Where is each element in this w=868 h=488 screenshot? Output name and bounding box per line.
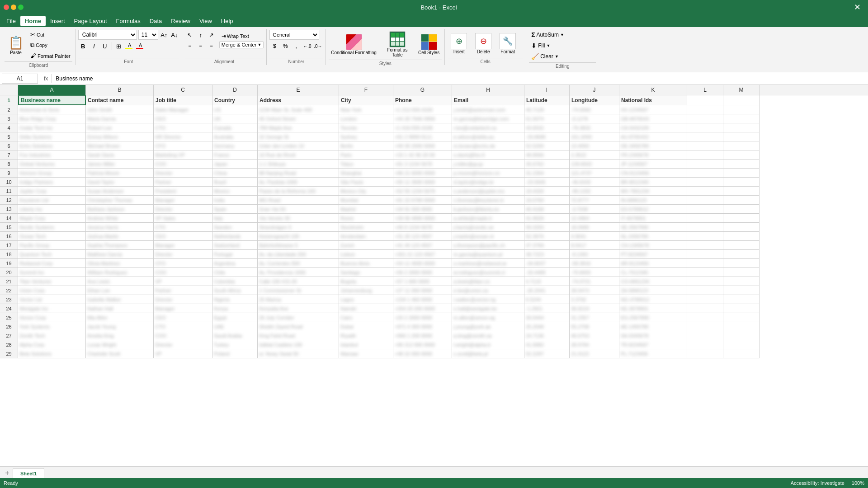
cell-row10[interactable]: BR-8012345 [619,178,687,187]
cell-row13[interactable]: ES-5789012 [619,205,687,214]
cell-row5[interactable]: Emma Wilson [86,132,154,141]
cell-row5[interactable]: Sydney [339,132,393,141]
cell-row23[interactable]: 3.3792 [570,295,619,304]
cell-row24[interactable]: Manager [154,304,212,313]
cell-row28[interactable]: TR-8234567 [619,340,687,349]
fill-button[interactable]: ⬇ Fill ▼ [529,41,596,51]
cell-row16[interactable]: 4.9041 [570,232,619,241]
cell-row14[interactable]: a.white@maple.it [452,214,524,223]
cell-row25[interactable]: Egypt [212,313,258,322]
cell-row24[interactable]: +254 20 200 0000 [393,304,452,313]
cell-row21[interactable]: a.lewis@titan.co [452,277,524,286]
cell-row14[interactable]: IT-4678901 [619,214,687,223]
format-button[interactable]: 🔧 Format [496,32,519,56]
cell-row19[interactable]: CFO [154,259,212,268]
cell-row7[interactable] [687,150,723,160]
cell-row20[interactable]: -70.6693 [570,268,619,277]
cell-row26[interactable]: UAE [212,322,258,331]
cell-row19[interactable]: Olivia Martinez [86,259,154,268]
cell-row23[interactable]: Vector Ltd [18,295,86,304]
cell-row2[interactable]: 1234 Main St, Suite 400 [258,105,339,114]
cell-row20[interactable]: COO [154,268,212,277]
cell-row5[interactable]: 22 George St [258,132,339,141]
cell-row7[interactable]: s.davis@fox.fr [452,150,524,160]
cell-row23[interactable]: 6.5244 [524,295,570,304]
cell-row12[interactable]: 19.0760 [524,196,570,205]
cell-row6[interactable]: CFO [154,141,212,150]
row-num-9[interactable]: 9 [0,169,18,178]
col-header-a[interactable]: A [18,85,86,95]
cell-row17[interactable]: Bahnhofstrasse 5 [258,241,339,250]
cell-row17[interactable]: s.thompson@pacific.ch [452,241,524,250]
window-close-icon[interactable]: ✕ [850,2,864,12]
cell-row13[interactable]: Spain [212,205,258,214]
cell-row6[interactable]: Germany [212,141,258,150]
cell-row25[interactable]: Mia Allen [86,313,154,322]
percent-button[interactable]: % [280,41,290,51]
cell-row11[interactable]: Paseo de la Reforma 100 [258,187,339,196]
font-color-button[interactable]: A [136,41,146,51]
cell-row11[interactable]: Jupiter Corp [18,187,86,196]
cell-row27[interactable] [687,331,723,340]
comma-button[interactable]: , [291,41,301,51]
cell-row11[interactable]: MX-7901234 [619,187,687,196]
font-decrease-button[interactable]: A↓ [170,30,179,39]
cell-row10[interactable]: -23.5505 [524,178,570,187]
cell-row26[interactable]: AE-1456789 [619,322,687,331]
cell-row28[interactable] [687,340,723,349]
cell-row27[interactable]: +966 1 200 0000 [393,331,452,340]
cell-row23[interactable]: Nigeria [212,295,258,304]
cell-row27[interactable]: 24.7136 [524,331,570,340]
cell-row7[interactable] [723,150,760,160]
cell-row24[interactable] [687,304,723,313]
cell-row18[interactable]: +351 21 123 4567 [393,250,452,259]
cell-row8[interactable]: j.miller@gv.jp [452,160,524,169]
cell-row3[interactable]: 51.5074 [524,114,570,123]
cell-row8[interactable]: +81 3 1234 5678 [393,160,452,169]
cell-row5[interactable] [723,132,760,141]
menu-data[interactable]: Data [145,16,166,26]
col-header-m[interactable]: M [723,85,760,95]
cell-row21[interactable]: -74.0721 [570,277,619,286]
col-header-k[interactable]: K [619,85,687,95]
cell-k1[interactable]: National Ids [619,95,687,105]
row-num-1[interactable]: 1 [0,95,18,105]
row-num-21[interactable]: 21 [0,277,18,286]
cell-row15[interactable]: j.harris@nordic.se [452,223,524,232]
cell-row20[interactable]: Summit Inc [18,268,86,277]
cell-row10[interactable]: Indigo Partners [18,178,86,187]
cell-row22[interactable] [723,286,760,295]
cell-row10[interactable]: Av. Paulista 1000 [258,178,339,187]
cell-row10[interactable]: -46.6333 [570,178,619,187]
cell-row5[interactable]: e.wilson@delta.au [452,132,524,141]
row-num-8[interactable]: 8 [0,160,18,169]
cell-row12[interactable]: Christopher Thomas [86,196,154,205]
cell-row24[interactable]: Westgate Inc [18,304,86,313]
cell-row10[interactable]: d.taylor@indigo.br [452,178,524,187]
cell-row15[interactable]: Strandvägen 5 [258,223,339,232]
cell-row7[interactable]: Fox Industries [18,150,86,160]
row-num-29[interactable]: 29 [0,349,18,358]
cell-row15[interactable]: CTO [154,223,212,232]
cell-row6[interactable]: Unter den Linden 10 [258,141,339,150]
cell-row28[interactable]: 41.0082 [524,340,570,349]
cell-g1[interactable]: Phone [393,95,452,105]
cell-row26[interactable]: CTO [154,322,212,331]
cell-row26[interactable] [687,322,723,331]
cell-row16[interactable] [687,232,723,241]
cell-row27[interactable]: King Fahd Road [258,331,339,340]
cell-row9[interactable]: Patricia Moore [86,169,154,178]
cell-row24[interactable]: Nairobi [339,304,393,313]
cell-row8[interactable]: James Miller [86,160,154,169]
align-top-right-button[interactable]: ↗ [207,30,217,40]
cell-row24[interactable]: Nathan Hall [86,304,154,313]
align-top-left-button[interactable]: ↖ [185,30,195,40]
cell-row15[interactable]: 18.0686 [570,223,619,232]
bold-button[interactable]: B [78,41,88,51]
add-sheet-button[interactable]: + [2,468,13,478]
cell-row9[interactable]: CN-9123456 [619,169,687,178]
cell-row4[interactable]: 789 Maple Ave [258,123,339,132]
cell-row2[interactable]: j.smith@ackerman.com [452,105,524,114]
cell-row21[interactable]: VP [154,277,212,286]
cell-row5[interactable]: HR Director [154,132,212,141]
